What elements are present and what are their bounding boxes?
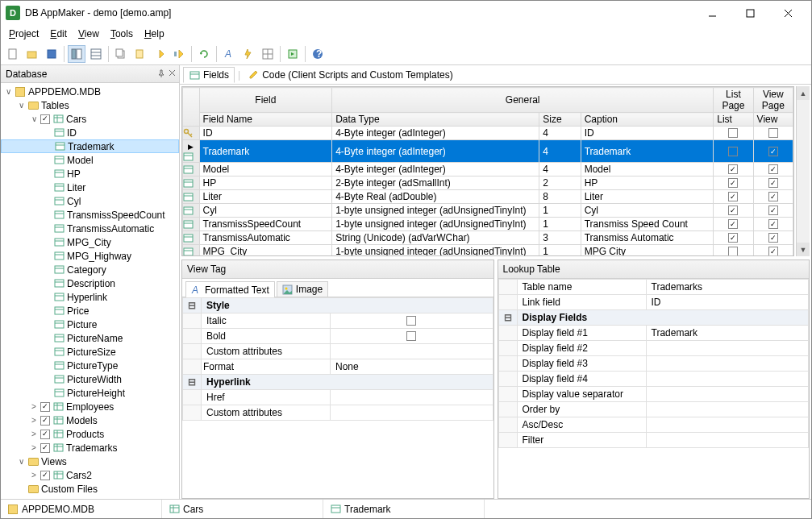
tree-checkbox[interactable] <box>40 443 50 453</box>
menu-help[interactable]: Help <box>139 27 169 41</box>
cell-type[interactable]: 1-byte unsigned integer (adUnsignedTinyI… <box>332 204 539 218</box>
cell-size[interactable]: 2 <box>539 176 581 190</box>
df1-value[interactable]: Trademark <box>646 326 809 341</box>
paste-settings-icon[interactable] <box>170 45 188 63</box>
view-checkbox[interactable] <box>768 206 778 215</box>
view-checkbox[interactable] <box>768 247 778 255</box>
cell-type[interactable]: 2-Byte integer (adSmallInt) <box>332 176 539 190</box>
table-name-value[interactable]: Trademarks <box>646 280 809 295</box>
cell-name[interactable]: TransmissAutomatic <box>199 231 332 245</box>
tree-custom-files[interactable]: Custom Files <box>1 482 179 496</box>
list-checkbox[interactable] <box>728 192 738 201</box>
cell-caption[interactable]: Transmiss Automatic <box>581 231 714 245</box>
tree-field[interactable]: PictureType <box>1 359 179 372</box>
col-group-viewpage[interactable]: View Page <box>753 88 793 113</box>
grid-row[interactable]: ▶Trademark4-Byte integer (adInteger)4Tra… <box>183 140 793 163</box>
format-value[interactable]: None <box>331 359 493 375</box>
dvs-value[interactable] <box>646 387 809 402</box>
row-header[interactable] <box>183 231 200 245</box>
status-table[interactable]: Cars <box>162 500 323 518</box>
tree-tables[interactable]: ∨Tables <box>1 98 179 112</box>
minimize-button[interactable] <box>694 2 731 24</box>
cell-type[interactable]: 1-byte unsigned integer (adUnsignedTinyI… <box>332 218 539 231</box>
tree-table-cars[interactable]: ∨Cars <box>1 112 179 126</box>
grid-row[interactable]: TransmissAutomaticString (Unicode) (adVa… <box>183 231 793 245</box>
tree-field[interactable]: PictureWidth <box>1 372 179 386</box>
twisty-icon[interactable]: > <box>30 430 38 438</box>
menu-edit[interactable]: Edit <box>45 27 72 41</box>
twisty-icon[interactable]: > <box>30 443 38 452</box>
status-database[interactable]: APPDEMO.MDB <box>1 500 162 518</box>
cell-caption[interactable]: Liter <box>581 190 714 204</box>
col-view[interactable]: View <box>753 113 793 127</box>
twisty-icon[interactable]: > <box>30 402 38 411</box>
cell-size[interactable]: 1 <box>539 204 581 218</box>
list-checkbox[interactable] <box>728 128 738 138</box>
view-tag-properties[interactable]: ⊟Style Italic Bold Custom attributes For… <box>182 297 493 498</box>
twisty-icon[interactable]: ∨ <box>17 101 25 110</box>
col-group-general[interactable]: General <box>332 88 714 113</box>
tab-image[interactable]: Image <box>277 281 328 297</box>
col-size[interactable]: Size <box>539 113 581 127</box>
cell-caption[interactable]: ID <box>581 127 714 140</box>
list-checkbox[interactable] <box>728 219 738 229</box>
lightning-icon[interactable] <box>239 45 257 63</box>
grid-row[interactable]: HP2-Byte integer (adSmallInt)2HP <box>183 176 793 190</box>
grid-scrollbar[interactable]: ▲ ▼ <box>796 86 810 256</box>
tree-view[interactable]: >Cars2 <box>1 468 179 482</box>
cell-name[interactable]: Trademark <box>199 140 332 163</box>
tree-table[interactable]: >Models <box>1 413 179 427</box>
tree-table[interactable]: >Trademarks <box>1 441 179 455</box>
cell-size[interactable]: 1 <box>539 218 581 231</box>
cell-name[interactable]: Model <box>199 163 332 176</box>
tree-field[interactable]: TransmissAutomatic <box>1 222 179 235</box>
view-checkbox[interactable] <box>768 128 778 138</box>
cell-caption[interactable]: MPG City <box>581 245 714 256</box>
cell-size[interactable]: 1 <box>539 245 581 256</box>
tree-checkbox[interactable] <box>40 471 50 480</box>
grid-row[interactable]: MPG_City1-byte unsigned integer (adUnsig… <box>183 245 793 256</box>
tree-field[interactable]: MPG_City <box>1 235 179 249</box>
view-checkbox[interactable] <box>768 164 778 174</box>
col-group-listpage[interactable]: List Page <box>714 88 753 113</box>
section-hyperlink[interactable]: Hyperlink <box>202 375 493 390</box>
df3-value[interactable] <box>646 356 809 372</box>
row-header[interactable] <box>183 204 200 218</box>
list-checkbox[interactable] <box>728 164 738 174</box>
href-value[interactable] <box>331 390 493 405</box>
tab-fields[interactable]: Fields <box>183 67 235 83</box>
database-panel-icon[interactable] <box>68 45 85 63</box>
tree-field[interactable]: PictureSize <box>1 345 179 359</box>
sync-icon[interactable] <box>195 45 213 63</box>
custom-attr-style-value[interactable] <box>331 344 493 359</box>
col-list[interactable]: List <box>714 113 753 127</box>
list-checkbox[interactable] <box>728 233 738 243</box>
menu-project[interactable]: Project <box>4 27 44 41</box>
tree-field[interactable]: Liter <box>1 181 179 194</box>
close-panel-icon[interactable] <box>169 69 176 78</box>
tree-field[interactable]: PictureHeight <box>1 386 179 400</box>
tree-field[interactable]: MPG_Highway <box>1 249 179 263</box>
section-display-fields[interactable]: Display Fields <box>517 310 809 326</box>
row-header[interactable] <box>183 176 200 190</box>
cell-caption[interactable]: Cyl <box>581 204 714 218</box>
cell-type[interactable]: 4-Byte integer (adInteger) <box>332 163 539 176</box>
cell-name[interactable]: TransmissSpeedCount <box>199 218 332 231</box>
cell-caption[interactable]: HP <box>581 176 714 190</box>
col-group-field[interactable]: Field <box>199 88 332 113</box>
row-header[interactable]: ▶ <box>183 140 200 163</box>
df2-value[interactable] <box>646 341 809 356</box>
tree-field[interactable]: Model <box>1 153 179 167</box>
tree-field[interactable]: Hyperlink <box>1 290 179 304</box>
row-header[interactable] <box>183 127 200 140</box>
view-checkbox[interactable] <box>768 178 778 188</box>
row-header[interactable] <box>183 163 200 176</box>
list-checkbox[interactable] <box>728 247 738 255</box>
cell-name[interactable]: Liter <box>199 190 332 204</box>
tree-views[interactable]: ∨Views <box>1 455 179 468</box>
tree-root[interactable]: ∨APPDEMO.MDB <box>1 85 179 98</box>
status-field[interactable]: Trademark <box>323 500 485 518</box>
grid-row[interactable]: Cyl1-byte unsigned integer (adUnsignedTi… <box>183 204 793 218</box>
tree-checkbox[interactable] <box>40 114 50 124</box>
list-checkbox[interactable] <box>728 206 738 215</box>
